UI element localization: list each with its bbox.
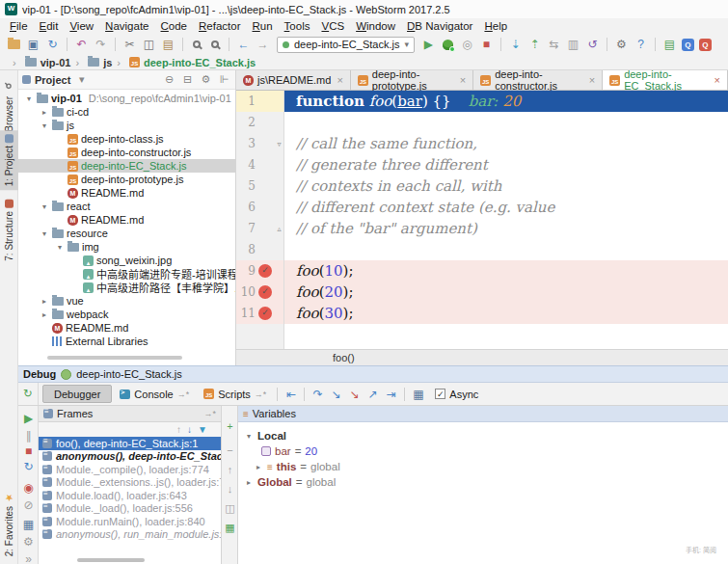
evaluate-expression-icon[interactable]: ▦ <box>409 386 427 403</box>
tree-chevron-icon[interactable]: ▾ <box>40 202 49 211</box>
tree-item[interactable]: 中高级进阶路径【丰稚学院】.png <box>18 281 235 294</box>
mute-breakpoints-icon[interactable]: ⊘ <box>18 498 39 512</box>
tree-chevron-icon[interactable]: ▸ <box>40 297 49 306</box>
menu-item[interactable]: Edit <box>34 20 65 32</box>
rollback-icon[interactable]: ↺ <box>583 36 602 53</box>
editor-tab[interactable]: js\README.md × <box>236 70 351 90</box>
menu-item[interactable]: Code <box>155 20 194 32</box>
db-console-icon[interactable]: ▤ <box>661 36 679 53</box>
close-icon[interactable]: × <box>337 74 342 86</box>
breakpoint-slot[interactable] <box>258 94 275 108</box>
tree-chevron-icon[interactable]: ▾ <box>40 121 49 130</box>
step-out-icon[interactable]: ↗ <box>364 386 382 403</box>
tree-chevron-icon[interactable]: ▾ <box>24 94 34 103</box>
chevron-right-icon[interactable]: ▸ <box>244 478 254 487</box>
sidebar-item-favorites[interactable]: 2: Favorites ★ <box>0 489 18 560</box>
tree-item[interactable]: ▾ js <box>18 119 235 132</box>
breakpoint-slot[interactable] <box>258 116 275 129</box>
coverage-icon[interactable]: ◎ <box>458 36 476 53</box>
horizontal-scrollbar[interactable] <box>77 558 145 562</box>
tree-item[interactable]: ▾ react <box>18 200 235 213</box>
tree-item[interactable]: ▸ webpack <box>18 308 235 321</box>
stop-button[interactable]: ■ <box>477 36 496 53</box>
sync-icon[interactable]: ↻ <box>43 36 62 53</box>
editor-tab[interactable]: deep-into-prototype.js × <box>351 70 473 90</box>
resume-button[interactable]: ▶ <box>18 412 39 425</box>
frame-row[interactable]: Module._load(), loader.js:556 <box>39 502 221 516</box>
gear-icon[interactable]: ⚙ <box>199 73 213 86</box>
menu-item[interactable]: Navigate <box>99 20 154 32</box>
hide-panel-icon[interactable]: ⊖ <box>162 73 176 86</box>
pin-icon[interactable]: ⊩ <box>217 73 231 86</box>
tree-item[interactable]: song_weixin.jpg <box>18 254 235 267</box>
redo-icon[interactable]: ↷ <box>92 36 110 53</box>
find-icon[interactable] <box>193 40 201 48</box>
editor-tab[interactable]: deep-into-constructor.js × <box>473 70 603 90</box>
duplicate-watch-icon[interactable]: ◫ <box>222 502 238 515</box>
tree-chevron-icon[interactable]: ▸ <box>40 108 49 117</box>
frame-row[interactable]: Module.runMain(), loader.js:840 <box>39 515 221 528</box>
menu-item[interactable]: Refactor <box>193 20 246 32</box>
refresh-button[interactable]: ↻ <box>18 460 39 473</box>
breadcrumb-item[interactable]: › js <box>70 57 112 68</box>
rerun-button[interactable]: ↻ <box>18 383 39 405</box>
frame-row[interactable]: Module.load(), loader.js:643 <box>39 489 221 502</box>
remove-watch-icon[interactable]: − <box>222 444 238 456</box>
vcs-shelf-icon[interactable]: ▥ <box>564 36 582 53</box>
async-checkbox[interactable]: ✓ Async <box>435 389 478 400</box>
breakpoint-slot[interactable] <box>258 201 275 214</box>
menu-item[interactable]: VCS <box>315 20 350 32</box>
close-icon[interactable]: × <box>715 74 720 86</box>
variable-row-bar[interactable]: bar = 20 <box>238 443 728 459</box>
force-step-into-icon[interactable]: ↘ <box>345 386 364 403</box>
tree-item[interactable]: 中高级前端进阶专题-培训课程-腾讯 <box>18 267 235 281</box>
help-icon[interactable]: ? <box>632 36 650 53</box>
checkbox-icon[interactable]: ✓ <box>435 389 445 399</box>
scope-row-global[interactable]: ▸ Global = global <box>238 474 728 490</box>
vcs-compare-icon[interactable]: ⇆ <box>545 36 563 53</box>
chevron-right-icon[interactable]: ▸ <box>254 463 263 471</box>
breakpoint-slot[interactable] <box>258 222 275 235</box>
breakpoint-slot[interactable] <box>258 307 275 320</box>
menu-item[interactable]: Run <box>247 20 279 32</box>
tree-item[interactable]: ▾ vip-01 D:\song_repo\fcAdmin1\vip-01 <box>18 92 235 105</box>
step-over-icon[interactable]: ↷ <box>309 386 327 403</box>
next-frame-icon[interactable]: ↓ <box>187 424 192 435</box>
collapse-all-icon[interactable]: ⊟ <box>180 73 195 86</box>
breadcrumb-item[interactable]: › vip-01 <box>8 57 70 68</box>
forward-icon[interactable]: → <box>254 36 272 53</box>
previous-frame-icon[interactable]: ↑ <box>176 424 181 435</box>
undo-icon[interactable]: ↶ <box>72 36 91 53</box>
tree-item[interactable]: ▾ resource <box>18 227 235 240</box>
save-icon[interactable]: ▣ <box>24 36 42 53</box>
view-breakpoints-icon[interactable]: ◉ <box>18 481 39 495</box>
tree-item[interactable]: README.md <box>18 186 235 200</box>
tree-item[interactable]: ▸ ci-cd <box>18 105 235 119</box>
menu-item[interactable]: Window <box>350 20 401 32</box>
pause-button[interactable]: ∥ <box>18 429 39 443</box>
tree-chevron-icon[interactable]: ▾ <box>40 229 49 238</box>
debug-tab[interactable]: Debugger <box>42 385 112 403</box>
move-down-icon[interactable]: ↓ <box>222 483 238 495</box>
frame-row[interactable]: anonymous(), run_main_module.js:17 <box>39 528 221 542</box>
run-config-select[interactable]: deep-into-EC_Stack.js ▾ <box>277 37 415 53</box>
show-execution-point-icon[interactable]: ⇤ <box>282 386 300 403</box>
menu-item[interactable]: File <box>4 20 34 32</box>
editor-tab[interactable]: deep-into-EC_Stack.js × <box>603 70 728 90</box>
tree-item[interactable]: deep-into-EC_Stack.js <box>18 159 235 173</box>
back-icon[interactable]: ← <box>234 36 253 53</box>
menu-item[interactable]: Tools <box>279 20 316 32</box>
settings-icon[interactable]: ⚙ <box>612 36 631 53</box>
breakpoint-slot[interactable] <box>258 158 275 172</box>
tree-chevron-icon[interactable]: ▸ <box>40 310 49 319</box>
vcs-update-icon[interactable]: ⇣ <box>506 36 525 53</box>
gear-icon[interactable]: ⚙ <box>18 535 39 549</box>
paste-icon[interactable]: ▤ <box>159 36 177 53</box>
move-up-icon[interactable]: ↑ <box>222 464 238 475</box>
close-icon[interactable]: × <box>460 74 466 86</box>
run-button[interactable]: ▶ <box>419 36 438 53</box>
debug-tab[interactable]: Scripts →* <box>197 385 273 403</box>
vcs-commit-icon[interactable]: ⇡ <box>526 36 544 53</box>
more-icon[interactable]: » <box>18 552 39 564</box>
debug-button[interactable] <box>443 40 453 50</box>
